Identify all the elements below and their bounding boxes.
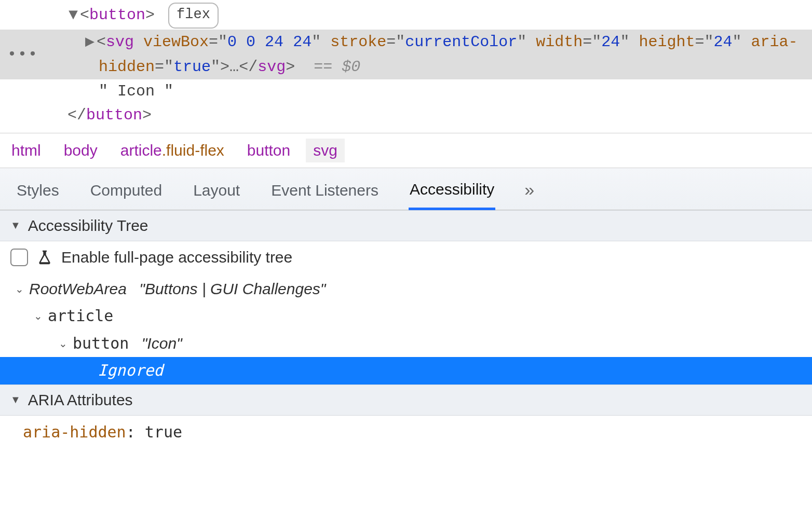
crumb-html[interactable]: html <box>11 142 41 159</box>
section-accessibility-tree[interactable]: ▼ Accessibility Tree <box>0 210 812 241</box>
crumb-svg[interactable]: svg <box>306 139 345 162</box>
disclosure-expanded-icon[interactable]: ⌄ <box>13 281 25 297</box>
dom-line-textnode[interactable]: " Icon " <box>0 79 812 104</box>
tag-name: button <box>89 6 145 24</box>
text-node: " Icon " <box>99 79 173 104</box>
crumb-button[interactable]: button <box>247 142 290 159</box>
attr-value: 0 0 24 24 <box>227 33 312 51</box>
attr-name: height <box>639 33 695 51</box>
disclosure-expanded-icon[interactable]: ⌄ <box>57 336 69 352</box>
side-panel-tabs: Styles Computed Layout Event Listeners A… <box>0 168 812 210</box>
ax-role: article <box>48 304 113 328</box>
flex-badge[interactable]: flex <box>168 3 219 29</box>
ax-role: button <box>73 332 129 356</box>
ax-node-article[interactable]: ⌄ article <box>0 303 812 330</box>
crumb-article[interactable]: article.fluid-flex <box>120 142 224 159</box>
tag-name: svg <box>106 33 134 51</box>
dom-line-content: <button> flex <box>80 3 812 30</box>
aria-attr-value: true <box>145 423 182 441</box>
breadcrumb: html body article.fluid-flex button svg <box>0 133 812 168</box>
ellipsis[interactable]: … <box>229 58 239 76</box>
ax-node-root[interactable]: ⌄ RootWebArea "Buttons | GUI Challenges" <box>0 276 812 303</box>
attr-name: stroke <box>330 33 386 51</box>
ax-ignored-label: Ignored <box>98 359 163 383</box>
tab-styles[interactable]: Styles <box>16 178 60 209</box>
dom-line-button-open[interactable]: ▼ <button> flex <box>0 3 812 30</box>
tab-accessibility[interactable]: Accessibility <box>409 177 495 210</box>
attr-value: 24 <box>713 33 732 51</box>
enable-full-page-ax-label: Enable full-page accessibility tree <box>61 249 292 266</box>
tag-name: svg <box>258 58 286 76</box>
more-actions-icon[interactable]: ••• <box>7 43 38 67</box>
disclosure-expanded-icon[interactable]: ⌄ <box>32 308 44 324</box>
attr-value: true <box>173 58 211 76</box>
ax-name: "Icon" <box>142 332 182 356</box>
experiment-icon <box>36 249 53 266</box>
attr-value: 24 <box>601 33 620 51</box>
ax-role: RootWebArea <box>29 277 127 301</box>
selected-node-ref: == $0 <box>314 58 360 76</box>
ax-node-ignored[interactable]: Ignored <box>0 357 812 384</box>
dom-line-button-close[interactable]: </button> <box>0 103 812 133</box>
section-aria-attributes[interactable]: ▼ ARIA Attributes <box>0 384 812 416</box>
attr-value: currentColor <box>405 33 517 51</box>
dom-line-svg[interactable]: ••• ▶<svg viewBox="0 0 24 24" stroke="cu… <box>0 30 812 79</box>
aria-attribute-row: aria-hidden: true <box>0 416 812 451</box>
disclosure-collapsed-icon[interactable]: ▶ <box>84 30 96 54</box>
tag-name: button <box>86 103 142 128</box>
aria-attr-key: aria-hidden <box>23 423 126 441</box>
section-title: ARIA Attributes <box>28 391 133 409</box>
disclosure-expanded-icon: ▼ <box>10 219 21 231</box>
attr-name: width <box>536 33 583 51</box>
crumb-tag: article <box>120 142 162 159</box>
elements-panel: ▼ <button> flex ••• ▶<svg viewBox="0 0 2… <box>0 0 812 133</box>
tabs-overflow-icon[interactable]: » <box>524 180 532 207</box>
tab-event-listeners[interactable]: Event Listeners <box>270 178 380 209</box>
enable-full-page-ax-checkbox[interactable] <box>10 249 28 266</box>
attr-name: viewBox <box>143 33 209 51</box>
ax-name: "Buttons | GUI Challenges" <box>139 277 326 301</box>
ax-node-button[interactable]: ⌄ button "Icon" <box>0 330 812 358</box>
disclosure-expanded-icon: ▼ <box>10 394 21 406</box>
enable-full-page-ax-row: Enable full-page accessibility tree <box>0 241 812 273</box>
section-title: Accessibility Tree <box>28 217 148 235</box>
crumb-class: .fluid-flex <box>162 142 224 159</box>
tab-layout[interactable]: Layout <box>192 178 241 209</box>
disclosure-expanded-icon[interactable]: ▼ <box>67 3 79 28</box>
tab-computed[interactable]: Computed <box>89 178 163 209</box>
accessibility-tree: ⌄ RootWebArea "Buttons | GUI Challenges"… <box>0 273 812 384</box>
crumb-body[interactable]: body <box>64 142 98 159</box>
